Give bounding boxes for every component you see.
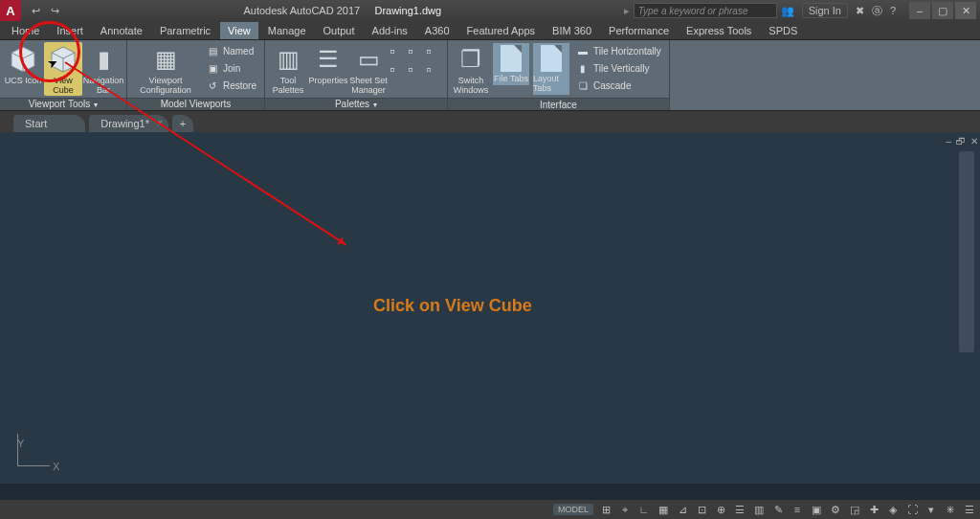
status-icon-2[interactable]: ∟ bbox=[637, 503, 651, 516]
ribbon-tab-home[interactable]: Home bbox=[4, 22, 47, 39]
palette-extra-icon-3[interactable]: ▫ bbox=[390, 61, 407, 79]
view-cube-button[interactable]: View Cube bbox=[44, 42, 82, 96]
properties-button[interactable]: ☰Properties bbox=[309, 42, 347, 86]
switch-win-button[interactable]: ❐Switch Windows bbox=[452, 42, 490, 96]
file-tabs-button[interactable]: File Tabs bbox=[493, 43, 529, 85]
drawing-area[interactable]: – 🗗 ✕ Y X Click on View Cube bbox=[0, 132, 980, 484]
vp-close-icon[interactable]: ✕ bbox=[970, 136, 978, 147]
viewport-window-controls: – 🗗 ✕ bbox=[946, 136, 978, 147]
ucs-icon-button[interactable]: UCS Icon bbox=[4, 42, 42, 86]
status-icon-10[interactable]: ≡ bbox=[791, 503, 804, 516]
help-icon[interactable]: ? bbox=[890, 5, 896, 16]
status-icon-7[interactable]: ☰ bbox=[733, 503, 746, 516]
doc-tab-add-button[interactable]: + bbox=[172, 115, 193, 132]
switch-win-icon: ❐ bbox=[456, 44, 486, 75]
view-cube-icon bbox=[48, 44, 78, 75]
status-icon-0[interactable]: ⊞ bbox=[599, 503, 612, 516]
status-icon-4[interactable]: ⊿ bbox=[676, 503, 689, 516]
tool-pal-button[interactable]: ▥Tool Palettes bbox=[269, 42, 307, 96]
palette-extra-icon-0[interactable]: ▫ bbox=[390, 43, 407, 60]
cascade-button[interactable]: ❏Cascade bbox=[572, 78, 665, 94]
ribbon-tab-parametric[interactable]: Parametric bbox=[152, 22, 218, 39]
ribbon-panel-viewport-tools: UCS IconView Cube▮Navigation BarViewport… bbox=[0, 40, 127, 110]
vp-restore-icon[interactable]: 🗗 bbox=[956, 136, 966, 147]
status-icon-9[interactable]: ✎ bbox=[771, 503, 785, 516]
nav-bar-button[interactable]: ▮Navigation Bar bbox=[84, 42, 122, 96]
close-button[interactable]: ✕ bbox=[955, 2, 976, 19]
status-icon-19[interactable]: ☰ bbox=[963, 503, 976, 516]
nav-bar-label: Navigation Bar bbox=[83, 77, 124, 96]
status-icon-12[interactable]: ⚙ bbox=[829, 503, 842, 516]
maximize-button[interactable]: ▢ bbox=[932, 2, 953, 19]
status-icon-16[interactable]: ⛶ bbox=[905, 503, 919, 516]
vp-config-button[interactable]: ▦Viewport Configuration bbox=[131, 42, 200, 96]
status-icon-17[interactable]: ▾ bbox=[924, 503, 938, 516]
navigation-bar-widget[interactable] bbox=[959, 151, 974, 352]
quick-access-toolbar: ↩ ↪ bbox=[25, 4, 61, 17]
status-icon-13[interactable]: ◲ bbox=[848, 503, 861, 516]
doc-tab-drawing1[interactable]: Drawing1*× bbox=[89, 115, 168, 132]
ucs-x-label: X bbox=[53, 461, 59, 472]
status-icon-14[interactable]: ✚ bbox=[867, 503, 880, 516]
vp-minimize-icon[interactable]: – bbox=[946, 136, 951, 147]
status-icon-1[interactable]: ⌖ bbox=[618, 503, 632, 516]
status-icon-6[interactable]: ⊕ bbox=[714, 503, 727, 516]
undo-icon[interactable]: ↩ bbox=[29, 4, 42, 17]
cascade-icon: ❏ bbox=[576, 79, 590, 93]
ribbon-tab-output[interactable]: Output bbox=[316, 22, 363, 39]
ribbon: UCS IconView Cube▮Navigation BarViewport… bbox=[0, 40, 980, 111]
status-icon-18[interactable]: ⛯ bbox=[944, 503, 957, 516]
join-button[interactable]: ▣Join bbox=[202, 60, 260, 77]
palette-extra-icon-4[interactable]: ▫ bbox=[408, 61, 425, 79]
status-icon-5[interactable]: ⊡ bbox=[695, 503, 708, 516]
title-bar: A ↩ ↪ Autodesk AutoCAD 2017 Drawing1.dwg… bbox=[0, 0, 980, 21]
doc-tab-start[interactable]: Start bbox=[13, 115, 85, 132]
status-icon-8[interactable]: ▥ bbox=[752, 503, 766, 516]
signin-button[interactable]: Sign In bbox=[802, 3, 848, 18]
status-icon-15[interactable]: ◈ bbox=[886, 503, 900, 516]
ribbon-tab-bim-360[interactable]: BIM 360 bbox=[545, 22, 599, 39]
minimize-button[interactable]: – bbox=[909, 2, 930, 19]
ribbon-tab-featured-apps[interactable]: Featured Apps bbox=[459, 22, 544, 39]
layout-tabs-button[interactable]: Layout Tabs bbox=[533, 43, 569, 95]
ribbon-tab-express-tools[interactable]: Express Tools bbox=[679, 22, 759, 39]
ribbon-tab-a360[interactable]: A360 bbox=[417, 22, 457, 39]
palette-extra-icon-1[interactable]: ▫ bbox=[408, 43, 425, 60]
palette-extra-icon-2[interactable]: ▫ bbox=[426, 43, 443, 60]
tile-v-button[interactable]: ▮Tile Vertically bbox=[572, 60, 665, 77]
tile-h-button[interactable]: ▬Tile Horizontally bbox=[572, 43, 665, 59]
named-icon: ▤ bbox=[206, 45, 219, 58]
ribbon-tab-insert[interactable]: Insert bbox=[49, 22, 91, 39]
ucs-icon-widget[interactable]: X bbox=[17, 434, 50, 466]
ribbon-tab-annotate[interactable]: Annotate bbox=[93, 22, 150, 39]
restore-button[interactable]: ↺Restore bbox=[202, 78, 260, 94]
ribbon-tab-add-ins[interactable]: Add-ins bbox=[365, 22, 415, 39]
ribbon-tab-view[interactable]: View bbox=[220, 22, 258, 39]
redo-icon[interactable]: ↪ bbox=[48, 4, 61, 17]
panel-title-viewport-tools[interactable]: Viewport Tools bbox=[0, 98, 126, 110]
a360-icon[interactable]: ⓐ bbox=[872, 4, 882, 18]
status-modelspace-chip[interactable]: MODEL bbox=[553, 504, 593, 515]
ribbon-tab-performance[interactable]: Performance bbox=[601, 22, 677, 39]
ribbon-tab-manage[interactable]: Manage bbox=[260, 22, 314, 39]
app-menu-button[interactable]: A bbox=[0, 0, 21, 21]
product-name: Autodesk AutoCAD 2017 bbox=[243, 5, 360, 16]
restore-icon: ↺ bbox=[206, 79, 219, 93]
sheetset-button[interactable]: ▭Sheet Set Manager bbox=[349, 42, 388, 96]
sheetset-label: Sheet Set Manager bbox=[349, 77, 388, 96]
layout-tabs-icon bbox=[541, 45, 562, 72]
document-tabs: StartDrawing1*×+ bbox=[0, 111, 980, 132]
infocenter-icon[interactable]: 👥 bbox=[781, 5, 794, 17]
palette-extra-icon-5[interactable]: ▫ bbox=[426, 61, 443, 79]
status-icon-11[interactable]: ▣ bbox=[810, 503, 823, 516]
search-input[interactable]: Type a keyword or phrase bbox=[634, 3, 777, 18]
doc-tab-close-icon[interactable]: × bbox=[157, 118, 163, 128]
tool-pal-icon: ▥ bbox=[273, 44, 303, 75]
nav-bar-icon: ▮ bbox=[88, 44, 119, 75]
exchange-icon[interactable]: ✖ bbox=[856, 5, 864, 17]
properties-icon: ☰ bbox=[313, 44, 344, 75]
ribbon-tab-spds[interactable]: SPDS bbox=[761, 22, 805, 39]
panel-title-palettes[interactable]: Palettes bbox=[265, 98, 447, 110]
named-button[interactable]: ▤Named bbox=[202, 43, 260, 59]
status-icon-3[interactable]: ▦ bbox=[657, 503, 670, 516]
